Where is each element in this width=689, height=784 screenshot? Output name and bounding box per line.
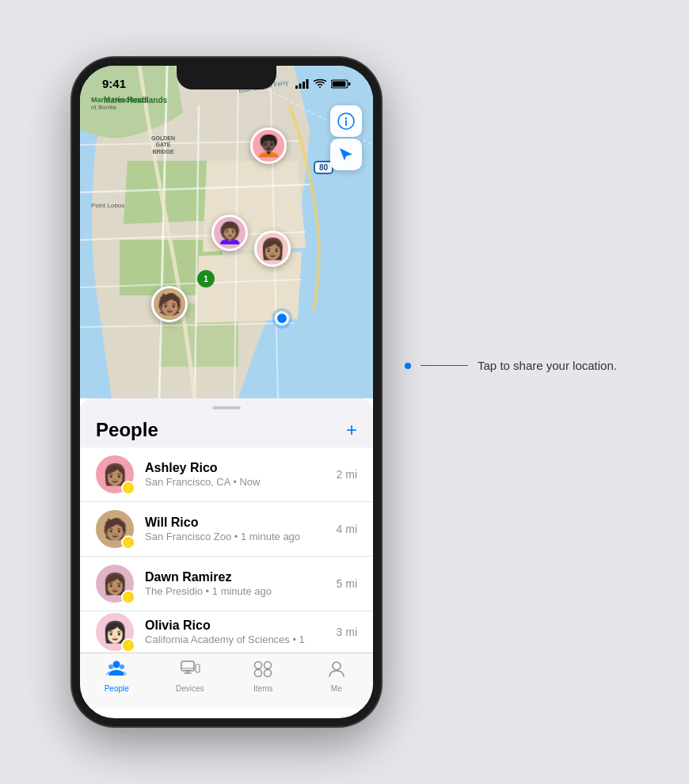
add-person-button[interactable]: + [346, 421, 357, 440]
ashley-location: San Francisco, CA • Now [145, 476, 337, 488]
svg-rect-1 [299, 83, 302, 89]
people-icon [106, 660, 127, 682]
svg-point-31 [265, 662, 272, 669]
tab-items[interactable]: Items [226, 660, 300, 693]
status-time: 9:41 [102, 77, 126, 90]
point-lobos-label: Point Lobos [91, 202, 124, 209]
svg-point-22 [108, 664, 113, 669]
svg-rect-2 [303, 82, 305, 89]
mute-button[interactable] [72, 161, 74, 189]
panel-title: People [96, 419, 158, 441]
volume-up-button[interactable] [72, 200, 74, 251]
map-controls [330, 105, 362, 170]
wifi-icon [314, 79, 326, 89]
svg-point-32 [255, 670, 262, 677]
svg-rect-3 [306, 79, 309, 89]
dawn-location: The Presidio • 1 minute ago [145, 585, 337, 597]
svg-point-30 [255, 662, 262, 669]
olivia-name: Olivia Rico [145, 618, 337, 633]
bottom-panel: People + 👩🏽 ⭐ Ashley Rico Sa [80, 398, 373, 709]
power-button[interactable] [379, 192, 381, 256]
nt-bonita-label: nt Bonita [91, 104, 116, 111]
olivia-info: Olivia Rico California Academy of Scienc… [145, 618, 337, 645]
svg-point-21 [113, 661, 120, 668]
person-list: 👩🏽 ⭐ Ashley Rico San Francisco, CA • Now… [80, 447, 373, 653]
info-button[interactable] [330, 105, 362, 137]
olivia-star-badge: ⭐ [121, 638, 135, 653]
svg-point-23 [120, 664, 124, 669]
callout-dot [405, 363, 411, 369]
volume-down-button[interactable] [72, 262, 74, 313]
tab-bar: People [80, 653, 373, 709]
will-map-avatar[interactable]: 🧑🏽 [151, 286, 188, 322]
dawn-star-badge: ⭐ [121, 590, 135, 604]
devices-icon [180, 660, 200, 682]
tab-people[interactable]: People [80, 660, 154, 693]
ashley-avatar: 👩🏽 ⭐ [96, 455, 134, 493]
location-button[interactable] [330, 139, 362, 170]
svg-rect-0 [295, 86, 298, 89]
ashley-name: Ashley Rico [145, 461, 337, 475]
status-icons [295, 79, 351, 89]
items-tab-label: Items [253, 684, 272, 693]
ashley-distance: 2 mi [337, 468, 357, 481]
golden-gate-label: GOLDENGATEBRIDGE [151, 135, 175, 155]
svg-rect-24 [181, 661, 194, 671]
ashley-info: Ashley Rico San Francisco, CA • Now [145, 461, 337, 488]
devices-tab-label: Devices [176, 684, 204, 693]
callout-text: Tap to share your location. [478, 359, 617, 372]
will-info: Will Rico San Francisco Zoo • 1 minute a… [145, 516, 337, 542]
people-tab-label: People [105, 684, 129, 693]
person-item-will[interactable]: 🧑🏽 ⭐ Will Rico San Francisco Zoo • 1 min… [80, 502, 373, 557]
person-item-ashley[interactable]: 👩🏽 ⭐ Ashley Rico San Francisco, CA • Now… [80, 447, 373, 502]
person-item-dawn[interactable]: 👩🏽 ⭐ Dawn Ramirez The Presidio • 1 minut… [80, 557, 373, 611]
me-icon [326, 660, 347, 682]
svg-point-33 [265, 670, 272, 677]
map-area[interactable]: Marin Headlands Marin Headlands Blue & G… [80, 66, 373, 398]
route-1-badge: 1 [197, 270, 215, 287]
ashley-map-avatar[interactable]: 🧑🏿‍🦱 [250, 127, 287, 164]
battery-icon [331, 79, 351, 89]
person-item-olivia[interactable]: 👩🏻 ⭐ Olivia Rico California Academy of S… [80, 611, 373, 653]
olivia-map-avatar[interactable]: 👩🏽 [254, 230, 291, 267]
svg-point-34 [333, 662, 341, 670]
me-tab-label: Me [331, 684, 342, 693]
marin-headlands-label: Marin Headlands [91, 96, 148, 104]
will-name: Will Rico [145, 516, 337, 530]
will-avatar: 🧑🏽 ⭐ [96, 510, 134, 548]
svg-rect-5 [348, 82, 351, 86]
ashley-star-badge: ⭐ [121, 481, 135, 495]
tab-devices[interactable]: Devices [154, 660, 227, 693]
signal-icon [295, 79, 309, 89]
location-dot [275, 311, 289, 325]
will-star-badge: ⭐ [121, 535, 135, 550]
devices-tab-icon [180, 660, 200, 677]
panel-header: People + [80, 409, 373, 447]
people-tab-icon [106, 660, 127, 677]
dawn-info: Dawn Ramirez The Presidio • 1 minute ago [145, 570, 337, 597]
items-tab-icon [253, 660, 273, 677]
me-tab-icon [326, 660, 347, 677]
callout-area: Tap to share your location. [405, 58, 617, 372]
dawn-avatar: 👩🏽 ⭐ [96, 565, 134, 603]
dawn-distance: 5 mi [337, 577, 357, 590]
olivia-distance: 3 mi [337, 626, 357, 638]
olivia-avatar: 👩🏻 ⭐ [96, 613, 134, 651]
location-arrow-icon [338, 147, 354, 162]
status-bar: 9:41 [80, 66, 373, 93]
dawn-map-avatar[interactable]: 👩🏽‍🦱 [211, 215, 248, 251]
svg-rect-26 [196, 664, 200, 672]
olivia-location: California Academy of Sciences • 1 [145, 634, 337, 645]
will-location: San Francisco Zoo • 1 minute ago [145, 531, 337, 542]
dawn-name: Dawn Ramirez [145, 570, 337, 584]
svg-rect-6 [333, 81, 346, 86]
tab-me[interactable]: Me [300, 660, 374, 693]
callout-line: Tap to share your location. [405, 359, 617, 372]
phone-frame: 9:41 [72, 58, 381, 726]
svg-point-19 [345, 117, 347, 119]
info-icon [337, 112, 355, 130]
items-icon [253, 660, 273, 682]
callout-horizontal-line [421, 365, 468, 366]
will-distance: 4 mi [337, 523, 357, 535]
